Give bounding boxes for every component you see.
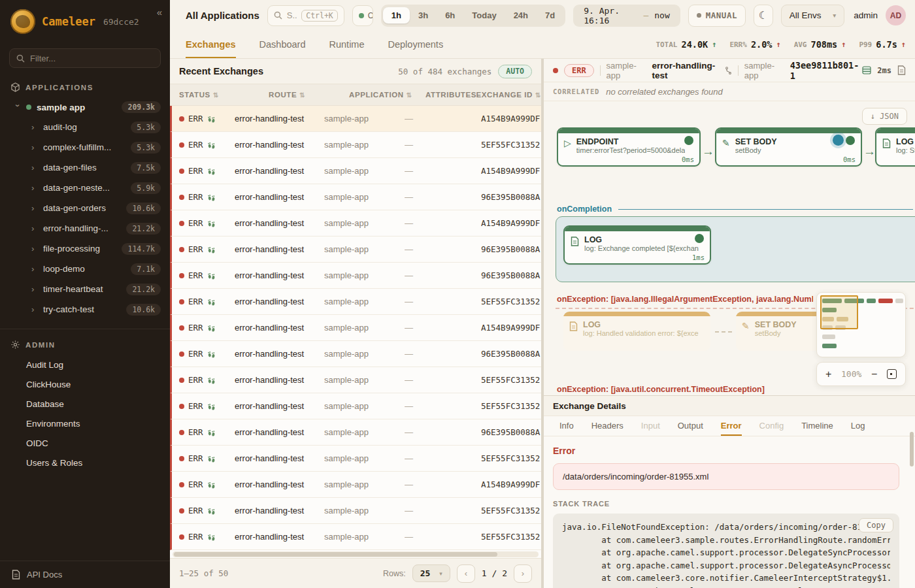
route-cell: error-handling-test xyxy=(235,453,324,463)
admin-menu-item[interactable]: Users & Roles xyxy=(0,453,170,472)
main-tab[interactable]: Exchanges xyxy=(186,31,236,58)
exchange-id[interactable]: 43ee9811b801-1 xyxy=(790,60,872,81)
exchange-row[interactable]: ERR error-handling-test sample-app — 5EF… xyxy=(170,289,541,315)
time-range-option[interactable]: 3h xyxy=(410,7,437,24)
error-dot xyxy=(179,273,184,278)
column-header[interactable]: ATTRIBUTES ⇅ xyxy=(425,91,476,99)
manual-refresh-button[interactable]: MANUAL xyxy=(688,5,746,27)
main-tab[interactable]: Runtime xyxy=(329,31,365,58)
column-header[interactable]: APPLICATION ⇅ xyxy=(349,91,425,99)
rows-per-page-select[interactable]: 25 ▾ xyxy=(412,564,450,582)
exchange-row[interactable]: ERR error-handling-test sample-app — 5EF… xyxy=(170,446,541,472)
sidebar-route-item[interactable]: › timer-heartbeat 21.2k xyxy=(0,279,170,299)
minimap-viewport[interactable] xyxy=(820,295,858,329)
main-tab[interactable]: Deployments xyxy=(388,31,444,58)
copy-document-icon[interactable] xyxy=(897,65,906,75)
time-range-option[interactable]: 6h xyxy=(437,7,463,24)
sidebar-route-item[interactable]: › data-gen-orders 10.6k xyxy=(0,198,170,218)
column-header[interactable]: ROUTE ⇅ xyxy=(269,91,349,99)
column-header[interactable]: STATUS ⇅ xyxy=(179,91,269,99)
global-search[interactable]: S... Ctrl+K xyxy=(267,5,344,26)
time-range-option[interactable]: 1h xyxy=(383,7,410,24)
copy-button[interactable]: Copy xyxy=(859,518,893,532)
column-header[interactable]: EXCHANGE ID ⇅ xyxy=(476,91,541,99)
sidebar-item-sample-app[interactable]: › sample app 209.3k xyxy=(0,97,170,117)
exchange-row[interactable]: ERR error-handling-test sample-app — 96E… xyxy=(170,263,541,289)
detail-tab[interactable]: Output xyxy=(678,416,703,436)
cube-icon xyxy=(10,82,20,92)
exchange-row[interactable]: ERR error-handling-test sample-app — 96E… xyxy=(170,341,541,367)
node-set-body[interactable]: ✎ SET BODY setBody 0ms xyxy=(715,127,862,167)
sidebar-collapse-icon[interactable]: « xyxy=(157,7,162,18)
node-log[interactable]: LOG log: Sta xyxy=(875,127,915,167)
admin-menu-item[interactable]: Environments xyxy=(0,414,170,433)
node-exception-log[interactable]: LOG log: Handled validation error: ${exc… xyxy=(563,312,710,351)
exchange-row[interactable]: ERR error-handling-test sample-app — 5EF… xyxy=(170,367,541,393)
online-status-pill[interactable]: O xyxy=(352,5,373,26)
exchange-row[interactable]: ERR error-handling-test sample-app — 5EF… xyxy=(170,498,541,524)
detail-tab[interactable]: Error xyxy=(721,416,742,436)
admin-menu-item[interactable]: Audit Log xyxy=(0,355,170,374)
prev-page-button[interactable]: ‹ xyxy=(457,564,475,583)
sidebar-route-item[interactable]: › audit-log 5.3k xyxy=(0,117,170,137)
horizontal-scrollbar[interactable] xyxy=(173,551,539,557)
sidebar-filter[interactable] xyxy=(9,48,161,68)
route-link[interactable]: error-handling-test xyxy=(652,61,731,80)
detail-tab[interactable]: Timeline xyxy=(801,416,833,436)
sidebar-route-item[interactable]: › try-catch-test 10.6k xyxy=(0,299,170,319)
admin-menu-item[interactable]: ClickHouse xyxy=(0,374,170,394)
next-page-button[interactable]: › xyxy=(514,564,532,583)
scrollbar-thumb[interactable] xyxy=(174,552,497,557)
admin-menu-item[interactable]: Database xyxy=(0,394,170,414)
footprints-icon xyxy=(207,429,216,436)
sidebar-route-item[interactable]: › data-gen-neste... 5.9k xyxy=(0,178,170,198)
exchange-row[interactable]: ERR error-handling-test sample-app — A15… xyxy=(170,158,541,184)
date-range-button[interactable]: 9. Apr. 16:16 – now xyxy=(573,5,680,27)
exchange-row[interactable]: ERR error-handling-test sample-app — A15… xyxy=(170,210,541,237)
avatar[interactable]: AD xyxy=(886,5,906,25)
download-json-button[interactable]: ↓ JSON xyxy=(862,108,907,125)
main-tab[interactable]: Dashboard xyxy=(259,31,306,58)
api-docs-link[interactable]: API Docs xyxy=(0,561,170,588)
exchange-row[interactable]: ERR error-handling-test sample-app — A15… xyxy=(170,106,541,132)
application-cell: sample-app xyxy=(324,140,405,150)
exchange-row[interactable]: ERR error-handling-test sample-app — 96E… xyxy=(170,419,541,446)
route-diagram-canvas[interactable]: ↓ JSON ▷ ENDPOINT timer:errorTest?period… xyxy=(544,101,915,395)
exchange-row[interactable]: ERR error-handling-test sample-app — 5EF… xyxy=(170,393,541,419)
exchange-row[interactable]: ERR error-handling-test sample-app — A15… xyxy=(170,472,541,498)
fit-view-button[interactable] xyxy=(887,369,897,379)
chevron-down-icon: › xyxy=(13,104,23,110)
exchange-row[interactable]: ERR error-handling-test sample-app — 96E… xyxy=(170,237,541,263)
detail-tab[interactable]: Log xyxy=(851,416,865,436)
sidebar-route-item[interactable]: › file-processing 114.7k xyxy=(0,238,170,259)
dark-mode-toggle[interactable]: ☾ xyxy=(754,5,773,27)
detail-tab[interactable]: Info xyxy=(559,416,574,436)
time-range-option[interactable]: 7d xyxy=(537,7,563,24)
sidebar-route-item[interactable]: › error-handling-... 21.2k xyxy=(0,218,170,238)
detail-tab[interactable]: Config xyxy=(759,416,784,436)
exchange-row[interactable]: ERR error-handling-test sample-app — A15… xyxy=(170,315,541,341)
vertical-scrollbar-thumb[interactable] xyxy=(910,432,914,466)
detail-tab[interactable]: Headers xyxy=(591,416,624,436)
exchange-row[interactable]: ERR error-handling-test sample-app — 5EF… xyxy=(170,524,541,550)
count-badge: 5.3k xyxy=(131,122,161,133)
node-completion-log[interactable]: LOG log: Exchange completed [${exchan 1m… xyxy=(563,225,711,265)
node-status-dot xyxy=(684,136,693,145)
sidebar-route-item[interactable]: › data-gen-files 7.5k xyxy=(0,157,170,178)
detail-tab[interactable]: Input xyxy=(641,416,660,436)
zoom-in-button[interactable]: + xyxy=(825,368,831,380)
exchange-row[interactable]: ERR error-handling-test sample-app — 96E… xyxy=(170,184,541,210)
sidebar-route-item[interactable]: › loop-demo 7.1k xyxy=(0,259,170,279)
sidebar-route-item[interactable]: › complex-fulfillm... 5.3k xyxy=(0,137,170,157)
environment-select[interactable]: All Envs ▾ xyxy=(781,5,844,27)
filter-input[interactable] xyxy=(30,54,154,63)
zoom-out-button[interactable]: − xyxy=(871,368,877,380)
time-range-option[interactable]: Today xyxy=(463,7,505,24)
time-range-option[interactable]: 24h xyxy=(505,7,537,24)
footprints-icon xyxy=(207,272,216,280)
exchange-row[interactable]: ERR error-handling-test sample-app — 5EF… xyxy=(170,132,541,158)
node-endpoint[interactable]: ▷ ENDPOINT timer:errorTest?period=5000&d… xyxy=(557,127,701,167)
admin-menu-item[interactable]: OIDC xyxy=(0,433,170,453)
auto-refresh-badge[interactable]: AUTO xyxy=(498,65,532,78)
diagram-minimap[interactable] xyxy=(816,292,906,357)
